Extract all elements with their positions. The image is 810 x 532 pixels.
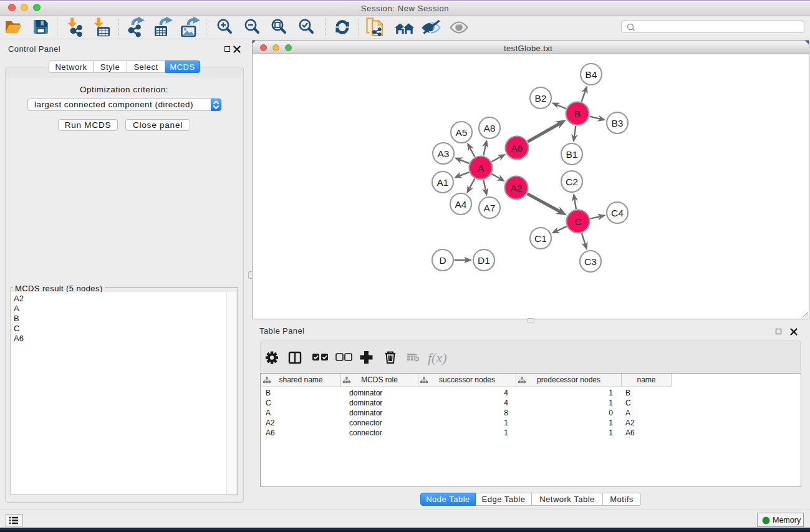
svg-text:A4: A4 (455, 199, 467, 210)
svg-text:C1: C1 (534, 233, 547, 244)
svg-text:C4: C4 (611, 208, 624, 218)
svg-text:A5: A5 (456, 127, 468, 138)
svg-text:A3: A3 (438, 148, 450, 159)
svg-text:D: D (439, 255, 446, 266)
svg-text:B3: B3 (612, 118, 624, 128)
svg-text:A: A (478, 163, 485, 173)
svg-text:A8: A8 (484, 123, 496, 133)
svg-text:B1: B1 (566, 149, 578, 160)
svg-text:D1: D1 (478, 255, 490, 266)
svg-text:f(x): f(x) (428, 350, 447, 365)
svg-text:A6: A6 (511, 143, 523, 153)
svg-text:B2: B2 (535, 93, 547, 104)
svg-text:B4: B4 (586, 69, 597, 80)
svg-text:C2: C2 (566, 177, 578, 187)
svg-text:A7: A7 (484, 203, 496, 213)
svg-text:A1: A1 (437, 177, 449, 188)
svg-text:C: C (574, 216, 581, 227)
svg-text:B: B (574, 109, 581, 119)
svg-text:A2: A2 (511, 183, 523, 193)
svg-text:C3: C3 (584, 256, 597, 267)
